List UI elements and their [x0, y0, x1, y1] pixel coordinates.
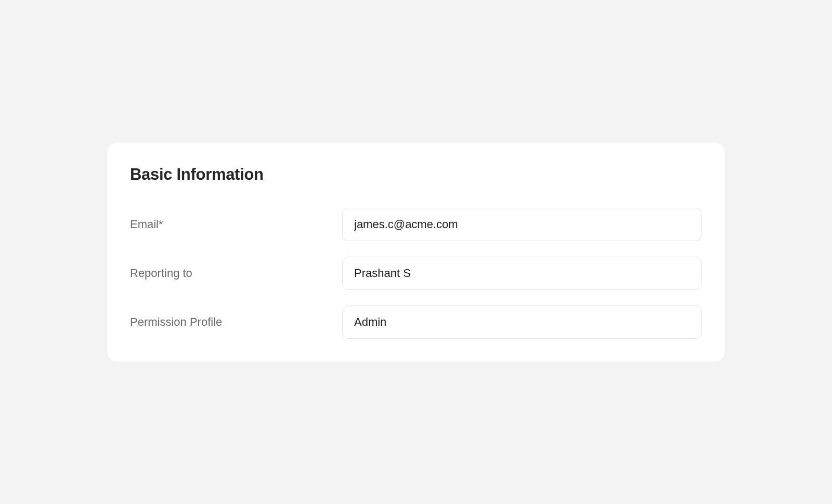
form-row-reporting-to: Reporting to [130, 257, 702, 290]
basic-information-card: Basic Information Email* Reporting to Pe… [107, 142, 725, 362]
email-label: Email* [130, 218, 342, 231]
reporting-to-label: Reporting to [130, 267, 342, 280]
permission-profile-label: Permission Profile [130, 315, 342, 329]
form-row-email: Email* [130, 208, 702, 241]
card-title: Basic Information [130, 165, 702, 184]
email-field[interactable] [342, 208, 702, 241]
permission-profile-field[interactable] [342, 306, 702, 339]
form-row-permission-profile: Permission Profile [130, 306, 702, 339]
reporting-to-field[interactable] [342, 257, 702, 290]
